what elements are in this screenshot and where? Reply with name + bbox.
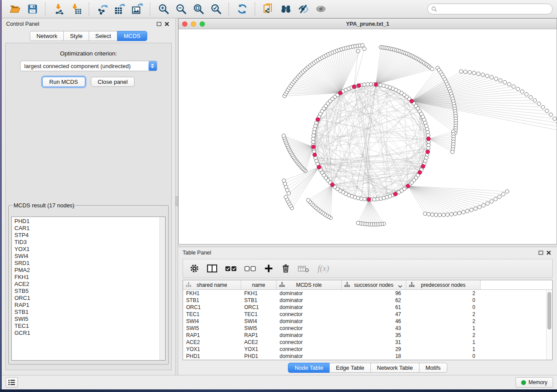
network-window-titlebar: YPA_prune.txt_1 xyxy=(179,19,557,29)
tab-style[interactable]: Style xyxy=(63,31,89,41)
memory-label: Memory xyxy=(529,379,547,385)
select-all-rows-button[interactable] xyxy=(225,261,237,276)
tab-network-table[interactable]: Network Table xyxy=(370,363,419,373)
deselect-all-rows-button[interactable] xyxy=(244,261,256,276)
mcds-result-node[interactable]: FKH1 xyxy=(12,274,159,281)
hide-details-button[interactable] xyxy=(295,2,311,17)
mcds-result-node[interactable]: CAR1 xyxy=(12,225,159,232)
mcds-result-node[interactable]: STB1 xyxy=(12,309,159,316)
memory-button[interactable]: Memory xyxy=(515,377,553,388)
delete-column-button[interactable] xyxy=(281,261,291,276)
table-panel-title: Table Panel xyxy=(183,250,537,256)
tab-edge-table[interactable]: Edge Table xyxy=(329,363,371,373)
vertical-splitter[interactable] xyxy=(175,18,178,375)
window-maximize-button[interactable] xyxy=(200,21,205,27)
zoom-out-button[interactable] xyxy=(173,2,189,17)
tab-select[interactable]: Select xyxy=(89,31,118,41)
mcds-list-scrollbar[interactable] xyxy=(159,217,165,360)
table-scrollbar[interactable] xyxy=(546,290,552,360)
network-canvas[interactable] xyxy=(179,29,557,244)
table-row[interactable]: STB1STB1dominator620 xyxy=(183,297,547,304)
mcds-result-node[interactable]: SWI4 xyxy=(12,253,159,260)
share-document-button[interactable] xyxy=(260,2,276,17)
mcds-result-node[interactable]: GCR1 xyxy=(12,330,159,337)
search-network-button[interactable] xyxy=(278,2,294,17)
window-minimize-button[interactable] xyxy=(191,21,196,27)
table-row[interactable]: ACE2ACE2connector311 xyxy=(183,339,547,346)
zoom-selected-icon xyxy=(210,3,222,15)
table-settings-button[interactable] xyxy=(189,261,200,276)
search-input[interactable] xyxy=(439,6,549,13)
mcds-result-node[interactable]: PHD1 xyxy=(12,218,159,225)
optimization-criterion-select[interactable]: largest connected component (undirected) xyxy=(20,61,157,71)
plus-icon xyxy=(263,263,274,274)
zoom-selected-button[interactable] xyxy=(208,2,224,17)
refresh-view-button[interactable] xyxy=(234,2,250,17)
mcds-result-node[interactable]: RAP1 xyxy=(12,302,159,309)
export-network-button[interactable] xyxy=(94,2,110,17)
mcds-result-node[interactable]: SRD1 xyxy=(12,260,159,267)
table-cell: TEC1 xyxy=(183,311,241,317)
mcds-result-node[interactable]: YOX1 xyxy=(12,246,159,253)
panel-list-button[interactable] xyxy=(6,377,18,388)
toggle-panel-layout-button[interactable] xyxy=(207,261,218,276)
mcds-result-node[interactable]: STB5 xyxy=(12,288,159,295)
add-column-button[interactable] xyxy=(263,261,274,276)
splitter-grip[interactable] xyxy=(176,196,178,206)
close-panel-button[interactable]: Close panel xyxy=(91,77,135,87)
control-panel-close-button[interactable] xyxy=(163,20,171,28)
run-mcds-button[interactable]: Run MCDS xyxy=(42,77,85,87)
export-table-button[interactable] xyxy=(112,2,128,17)
control-panel-float-button[interactable] xyxy=(155,20,163,28)
table-row[interactable]: RAP1RAP1dominator352 xyxy=(183,332,547,339)
mcds-result-node[interactable]: TEC1 xyxy=(12,323,159,330)
mcds-result-node[interactable]: STP4 xyxy=(12,232,159,239)
column-header-MCDS-role[interactable]: MCDS role xyxy=(277,280,342,289)
column-header-name[interactable]: name xyxy=(241,280,277,289)
mcds-result-node[interactable]: PMA2 xyxy=(12,267,159,274)
open-file-button[interactable] xyxy=(7,2,23,17)
mcds-panel: Optimization criterion: largest connecte… xyxy=(5,43,172,370)
close-icon xyxy=(164,21,170,27)
import-table-button[interactable] xyxy=(68,2,84,17)
table-panel-float-button[interactable] xyxy=(537,249,545,257)
table-toolbar: f(x) xyxy=(183,259,553,278)
mcds-result-node[interactable]: ACE2 xyxy=(12,281,159,288)
zoom-in-button[interactable] xyxy=(156,2,171,17)
table-row[interactable]: TEC1TEC1connector472 xyxy=(183,311,547,318)
table-row[interactable]: FKH1FKH1dominator962 xyxy=(183,290,547,297)
mcds-result-node[interactable]: TID3 xyxy=(12,239,159,246)
function-builder-button[interactable]: f(x) xyxy=(318,264,329,273)
tab-mcds[interactable]: MCDS xyxy=(117,31,147,41)
list-icon xyxy=(8,379,16,386)
table-row[interactable]: ORC1ORC1dominator610 xyxy=(183,304,547,311)
zoom-fit-button[interactable] xyxy=(190,2,206,17)
float-window-icon xyxy=(538,250,543,255)
tab-network[interactable]: Network xyxy=(30,31,64,41)
table-panel-close-button[interactable] xyxy=(545,249,553,257)
table-row[interactable]: YOX1YOX1connector291 xyxy=(183,346,547,353)
window-close-button[interactable] xyxy=(182,21,187,27)
mcds-result-list[interactable]: PHD1CAR1STP4TID3YOX1SWI4SRD1PMA2FKH1ACE2… xyxy=(11,217,166,361)
show-details-button[interactable] xyxy=(313,2,329,17)
table-row[interactable]: SWI5SWI5connector431 xyxy=(183,325,547,332)
mcds-result-node[interactable]: SWI5 xyxy=(12,316,159,323)
network-graph xyxy=(179,29,557,244)
table-row[interactable]: PHD1PHD1dominator180 xyxy=(183,353,547,360)
column-header-shared-name[interactable]: shared name xyxy=(183,280,241,289)
table-scrollbar-thumb[interactable] xyxy=(547,292,551,330)
import-network-button[interactable] xyxy=(51,2,66,17)
tab-node-table[interactable]: Node Table xyxy=(288,363,330,373)
table-cell: dominator xyxy=(277,332,342,338)
toolbar-separator xyxy=(255,3,256,16)
table-cell: 43 xyxy=(342,325,406,331)
export-image-button[interactable] xyxy=(129,2,145,17)
tab-motifs[interactable]: Motifs xyxy=(419,363,447,373)
table-row[interactable]: SWI4SWI4dominator462 xyxy=(183,318,547,325)
mcds-result-node[interactable]: ORC1 xyxy=(12,295,159,302)
table-cell: 2 xyxy=(406,290,481,296)
delete-table-button[interactable] xyxy=(298,261,310,276)
column-header-predecessor-nodes[interactable]: predecessor nodes xyxy=(406,280,481,289)
save-session-button[interactable] xyxy=(24,2,40,17)
column-header-successor-nodes[interactable]: successor nodes xyxy=(342,280,406,289)
